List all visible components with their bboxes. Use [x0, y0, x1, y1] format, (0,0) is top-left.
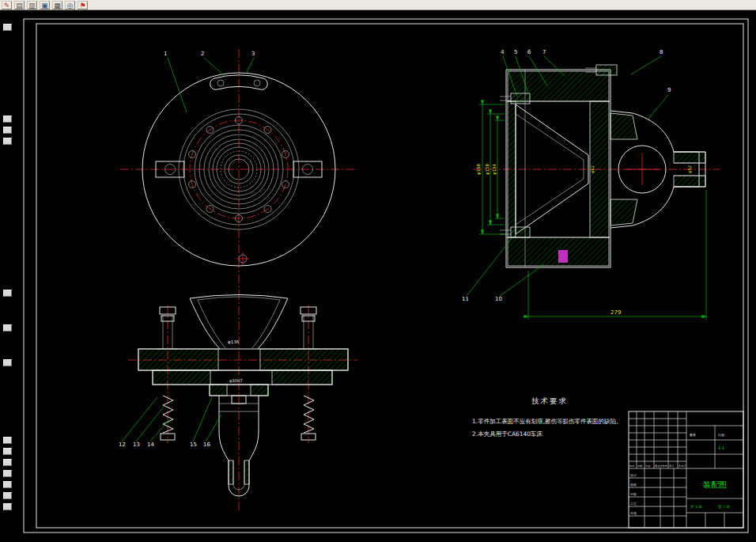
- tb-header: 标记: [629, 464, 635, 468]
- tb-sheet-total: 共 1 张: [690, 505, 702, 509]
- side-tool-icon[interactable]: [3, 459, 12, 466]
- side-tool-icon[interactable]: [3, 138, 12, 145]
- callout-label: 9: [667, 87, 671, 93]
- side-tool-icon[interactable]: [3, 324, 12, 332]
- callout-label: 11: [462, 296, 469, 302]
- tb-header: 分区: [645, 464, 651, 468]
- dim-label: φ52: [687, 165, 693, 173]
- tb-header: 处数: [637, 464, 643, 468]
- callout-label: 10: [495, 296, 502, 302]
- dim-label: φ30H7: [229, 378, 243, 384]
- callout-label: 12: [119, 442, 126, 448]
- bushing-part: [558, 250, 568, 263]
- callout-label: 6: [527, 49, 531, 55]
- save-icon[interactable]: ▣: [40, 1, 50, 9]
- tech-req-line: 1.零件加工表面不应有划痕,擦伤等损伤零件表面的缺陷。: [472, 418, 622, 425]
- side-tool-icon[interactable]: [3, 481, 12, 488]
- dim-label: φ158: [485, 163, 490, 175]
- side-tool-icon[interactable]: [3, 290, 12, 297]
- callout-label: 13: [133, 442, 140, 448]
- dim-label: φ198: [476, 163, 482, 175]
- hatch-region: [508, 101, 516, 237]
- callout-label: 5: [514, 49, 517, 55]
- callout-label: 3: [251, 51, 255, 57]
- dim-label: φ62: [590, 165, 595, 173]
- tb-scale-value: 1:1: [718, 445, 724, 450]
- tb-header: 年月日: [679, 464, 686, 468]
- canvas-bg: [0, 0, 756, 542]
- side-tool-icon[interactable]: [3, 127, 12, 134]
- app-toolbar: ✎ ▤ ▥ ▣ ▦ ◎ ⚑: [0, 0, 756, 10]
- callout-label: 15: [190, 442, 197, 448]
- side-tool-icon[interactable]: [3, 116, 12, 123]
- callout-label: 8: [660, 49, 663, 55]
- dim-label: φ136: [228, 339, 240, 345]
- tb-weight-label: 重量: [689, 433, 696, 437]
- tb-row-label: 校核: [629, 483, 637, 487]
- side-tool-icon[interactable]: [3, 503, 12, 510]
- tb-drawing-name: 装配图: [703, 480, 727, 489]
- flag-icon[interactable]: ⚑: [77, 1, 88, 9]
- callout-label: 16: [203, 442, 210, 448]
- side-tool-icon[interactable]: [3, 470, 12, 477]
- dim-label: φ134: [492, 163, 497, 175]
- side-tool-icon[interactable]: [3, 437, 12, 444]
- callout-label: 4: [501, 49, 505, 55]
- tech-req-line: 2.本夹具用于CA6140车床: [472, 430, 543, 438]
- tb-row-label: 批准: [630, 511, 637, 515]
- open-sheet-icon[interactable]: ▥: [27, 1, 37, 9]
- dim-label: 279: [610, 309, 621, 316]
- callout-label: 1: [164, 51, 167, 57]
- tech-req-title: 技术要求: [531, 396, 568, 405]
- zoom-icon[interactable]: ◎: [65, 1, 75, 9]
- cad-canvas[interactable]: 1 2 3: [0, 0, 756, 542]
- callout-label: 7: [542, 49, 546, 55]
- side-tool-icon[interactable]: [3, 448, 12, 455]
- pencil-icon[interactable]: ✎: [2, 1, 12, 9]
- tb-header: 签名: [669, 464, 674, 468]
- tb-row-label: 审核: [630, 492, 637, 496]
- tb-row-label: 设计: [630, 473, 637, 477]
- new-sheet-icon[interactable]: ▤: [14, 1, 25, 9]
- grid-icon[interactable]: ▦: [52, 1, 62, 9]
- tb-row-label: 工艺: [630, 502, 637, 506]
- callout-label: 2: [201, 51, 204, 57]
- tb-header: 更改文件号: [655, 464, 668, 468]
- side-tool-icon[interactable]: [3, 492, 12, 499]
- side-tool-icon[interactable]: [3, 359, 12, 366]
- side-tool-icon[interactable]: [3, 24, 12, 31]
- callout-label: 14: [147, 442, 154, 448]
- tb-sheet-no: 第 1 张: [718, 505, 730, 509]
